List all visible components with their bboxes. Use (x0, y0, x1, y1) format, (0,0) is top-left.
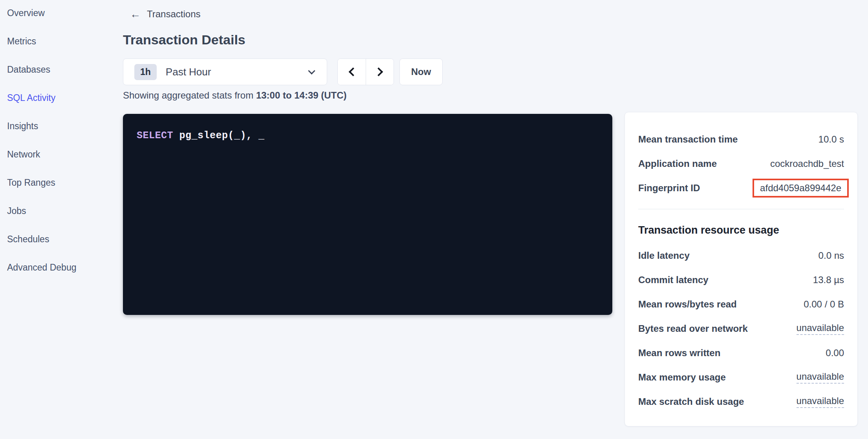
chevron-down-icon (308, 67, 315, 74)
transaction-details-page: Overview Metrics Databases SQL Activity … (0, 0, 868, 439)
row-value: 0.00 (826, 348, 844, 359)
row-label: Max memory usage (638, 372, 726, 383)
row-label: Commit latency (638, 274, 709, 285)
sql-keyword: SELECT (137, 130, 173, 141)
row-label: Idle latency (638, 250, 690, 261)
back-arrow-icon: ← (130, 9, 141, 20)
unavailable-tooltip-value[interactable]: unavailable (797, 322, 844, 335)
chevron-left-icon (348, 68, 357, 77)
row-mean-transaction-time: Mean transaction time 10.0 s (638, 127, 844, 152)
stats-range: 13:00 to 14:39 (UTC) (256, 90, 347, 101)
time-controls: 1h Past Hour Now (123, 59, 613, 85)
row-value: 13.8 µs (813, 274, 844, 285)
row-mean-rows-bytes-read: Mean rows/bytes read 0.00 / 0 B (638, 292, 844, 316)
row-label: Mean rows written (638, 348, 720, 359)
sql-statement-text: pg_sleep(_), _ (179, 130, 265, 141)
row-label: Mean transaction time (638, 134, 738, 145)
sidebar-item-top-ranges[interactable]: Top Ranges (0, 170, 118, 196)
sidebar-item-databases[interactable]: Databases (0, 57, 118, 82)
time-step-button-group (337, 59, 394, 85)
row-fingerprint-id: Fingerprint ID afdd4059a899442e (638, 176, 844, 200)
row-label: Max scratch disk usage (638, 396, 744, 407)
sidebar-item-schedules[interactable]: Schedules (0, 226, 118, 252)
row-label: Fingerprint ID (638, 183, 700, 194)
aggregated-stats-caption: Showing aggregated stats from 13:00 to 1… (123, 90, 347, 101)
row-idle-latency: Idle latency 0.0 ns (638, 243, 844, 268)
row-value: cockroachdb_test (770, 158, 844, 169)
card-divider (638, 209, 844, 209)
unavailable-tooltip-value[interactable]: unavailable (797, 371, 844, 384)
fingerprint-highlight: afdd4059a899442e (753, 179, 849, 198)
sql-statement-box: SELECT pg_sleep(_), _ (123, 114, 612, 315)
sidebar-item-metrics[interactable]: Metrics (0, 28, 118, 54)
resource-usage-heading: Transaction resource usage (638, 224, 844, 238)
row-application-name: Application name cockroachdb_test (638, 152, 844, 176)
breadcrumb-label: Transactions (147, 9, 201, 20)
row-bytes-read-over-network: Bytes read over network unavailable (638, 316, 844, 341)
time-range-dropdown[interactable]: 1h Past Hour (123, 59, 327, 85)
row-value: 10.0 s (819, 134, 844, 145)
main-content: ← Transactions Transaction Details 1h Pa… (123, 0, 613, 439)
next-interval-button[interactable] (366, 59, 394, 85)
chevron-right-icon (374, 68, 383, 77)
sidebar-item-sql-activity[interactable]: SQL Activity (0, 85, 118, 111)
row-commit-latency: Commit latency 13.8 µs (638, 268, 844, 292)
previous-interval-button[interactable] (338, 59, 366, 85)
transaction-details-card: Mean transaction time 10.0 s Application… (624, 112, 858, 426)
stats-prefix: Showing aggregated stats from (123, 90, 253, 101)
selected-range-label: Past Hour (166, 66, 309, 78)
row-label: Bytes read over network (638, 323, 748, 334)
resource-usage-rows: Idle latency 0.0 ns Commit latency 13.8 … (638, 243, 844, 414)
sidebar-item-advanced-debug[interactable]: Advanced Debug (0, 254, 118, 280)
sidebar: Overview Metrics Databases SQL Activity … (0, 0, 118, 283)
unavailable-tooltip-value[interactable]: unavailable (797, 395, 844, 408)
breadcrumb-back-link[interactable]: ← Transactions (130, 9, 201, 20)
row-mean-rows-written: Mean rows written 0.00 (638, 341, 844, 365)
page-title: Transaction Details (123, 32, 245, 48)
interval-badge: 1h (134, 64, 157, 80)
sidebar-item-jobs[interactable]: Jobs (0, 198, 118, 224)
now-button[interactable]: Now (399, 59, 443, 85)
sidebar-item-overview[interactable]: Overview (0, 0, 118, 26)
row-label: Application name (638, 158, 717, 169)
row-max-scratch-disk-usage: Max scratch disk usage unavailable (638, 390, 844, 414)
row-label: Mean rows/bytes read (638, 299, 737, 310)
sidebar-item-network[interactable]: Network (0, 141, 118, 167)
row-value: 0.0 ns (819, 250, 844, 261)
row-max-memory-usage: Max memory usage unavailable (638, 365, 844, 390)
row-value: 0.00 / 0 B (804, 299, 844, 310)
sidebar-item-insights[interactable]: Insights (0, 113, 118, 139)
